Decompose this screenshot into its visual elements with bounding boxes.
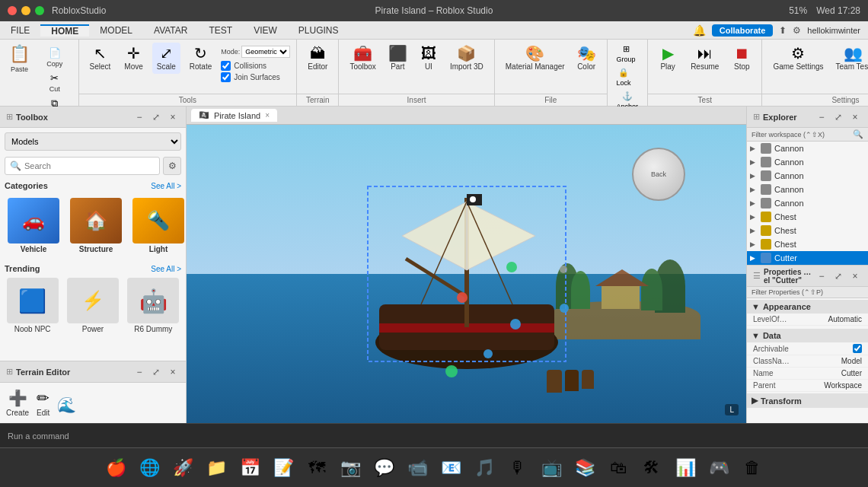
trending-r6-dummy[interactable]: 🤖 R6 Dummy [126, 278, 181, 333]
dock-podcasts[interactable]: 🎙 [503, 453, 533, 483]
dock-maps[interactable]: 🗺 [302, 453, 332, 483]
properties-popout-btn[interactable]: ⤢ [831, 269, 845, 283]
dock-mail[interactable]: 📧 [436, 453, 466, 483]
tab-avatar[interactable]: AVATAR [143, 25, 198, 36]
data-header[interactable]: ▼ Data [747, 329, 868, 342]
tab-view[interactable]: VIEW [243, 25, 288, 36]
part-button[interactable]: ⬛ Part [384, 43, 412, 74]
terrain-extra-btn[interactable]: 🌊 [57, 396, 72, 411]
terrain-popout-btn[interactable]: ⤢ [149, 365, 163, 379]
dock-calendar[interactable]: 📅 [235, 453, 265, 483]
cut-button[interactable]: ✂ Cut [37, 71, 72, 94]
tab-close-icon[interactable]: × [265, 111, 270, 119]
dock-books[interactable]: 📚 [570, 453, 600, 483]
close-button[interactable] [8, 6, 17, 15]
rotate-button[interactable]: ↻ Rotate [185, 43, 216, 74]
tab-test[interactable]: TEST [198, 25, 243, 36]
ui-button[interactable]: 🖼 UI [415, 43, 442, 74]
tree-item-cannon-3[interactable]: ▶ Cannon [747, 169, 868, 183]
terrain-close-btn[interactable]: × [166, 365, 180, 379]
dock-excel[interactable]: 📊 [670, 453, 700, 483]
collisions-checkbox[interactable] [221, 61, 231, 71]
resume-button[interactable]: ⏭ Resume [686, 43, 723, 74]
scale-button[interactable]: ⤢ Scale [152, 43, 180, 74]
notification-icon[interactable]: 🔔 [693, 24, 706, 37]
dock-notes[interactable]: 📝 [268, 453, 298, 483]
maximize-button[interactable] [35, 6, 44, 15]
model-dropdown[interactable]: Models [5, 132, 181, 151]
category-light[interactable]: 🔦 Light [129, 195, 186, 256]
import3d-button[interactable]: 📦 Import 3D [445, 43, 488, 74]
lock-button[interactable]: 🔒 Lock [614, 66, 634, 88]
team-test-button[interactable]: 👥 Team Test [831, 43, 868, 74]
explorer-popout-btn[interactable]: ⤢ [831, 110, 845, 124]
toolbox-close-btn[interactable]: × [166, 110, 180, 124]
tree-item-cannon-2[interactable]: ▶ Cannon [747, 155, 868, 169]
dock-photos[interactable]: 📷 [335, 453, 365, 483]
tree-item-cannon-5[interactable]: ▶ Cannon [747, 196, 868, 210]
tab-plugins[interactable]: PLUGINS [288, 25, 349, 36]
copy-button[interactable]: 📄 Copy [37, 46, 72, 69]
dock-trash[interactable]: 🗑 [737, 453, 767, 483]
tree-item-chest-3[interactable]: ▶ Chest [747, 237, 868, 251]
dock-launchpad[interactable]: 🚀 [168, 453, 198, 483]
category-vehicle[interactable]: 🚗 Vehicle [5, 195, 62, 256]
toolbox-toggle-btn[interactable]: − [132, 110, 146, 124]
appearance-header[interactable]: ▼ Appearance [747, 300, 868, 314]
collaborate-button[interactable]: Collaborate [712, 24, 774, 37]
material-manager-button[interactable]: 🎨 Material Manager [501, 43, 570, 74]
trending-power[interactable]: ⚡ Power [65, 278, 120, 333]
explorer-close-btn[interactable]: × [848, 110, 862, 124]
group-button[interactable]: ⊞ Group [614, 43, 639, 65]
tree-item-chest-2[interactable]: ▶ Chest [747, 224, 868, 237]
terrain-create-btn[interactable]: ➕ Create [6, 389, 29, 417]
explorer-toggle-btn[interactable]: − [815, 110, 828, 124]
search-box[interactable]: 🔍 [5, 157, 160, 175]
see-all-trending[interactable]: See All > [151, 265, 181, 273]
dock-facetime[interactable]: 📹 [402, 453, 432, 483]
search-input[interactable] [24, 161, 155, 170]
trending-noob-npc[interactable]: 🟦 Noob NPC [5, 278, 60, 333]
stop-button[interactable]: ⏹ Stop [728, 43, 755, 74]
settings-icon[interactable]: ⚙ [793, 25, 801, 36]
dock-roblox[interactable]: 🎮 [704, 453, 734, 483]
dock-tv[interactable]: 📺 [536, 453, 566, 483]
share-icon[interactable]: ⬆ [779, 25, 787, 36]
tree-item-cannon-1[interactable]: ▶ Cannon [747, 142, 868, 155]
dock-systemprefs[interactable]: 🛠 [637, 453, 667, 483]
move-button[interactable]: ✛ Move [120, 43, 147, 74]
tab-model[interactable]: MODEL [89, 25, 143, 36]
viewport-tab-active[interactable]: 🏴‍☠ Pirate Island × [191, 109, 277, 122]
dock-files[interactable]: 📁 [201, 453, 231, 483]
terrain-toggle-btn[interactable]: − [132, 365, 146, 379]
terrain-editor-button[interactable]: 🏔 Editor [303, 43, 332, 74]
viewport[interactable]: 🏴‍☠ Pirate Island × [187, 107, 746, 423]
toolbox-button[interactable]: 🧰 Toolbox [345, 43, 380, 74]
color-button[interactable]: 🎭 Color [573, 43, 601, 74]
toolbox-popout-btn[interactable]: ⤢ [149, 110, 163, 124]
play-button[interactable]: ▶ Play [654, 43, 681, 74]
properties-toggle-btn[interactable]: − [815, 269, 828, 283]
dock-messages[interactable]: 💬 [369, 453, 399, 483]
game-settings-button[interactable]: ⚙ Game Settings [768, 43, 828, 74]
properties-close-btn[interactable]: × [848, 269, 862, 283]
tree-item-cutter[interactable]: ▶ Cutter [747, 251, 868, 265]
archivable-checkbox[interactable] [853, 344, 862, 353]
join-surfaces-checkbox[interactable] [221, 72, 231, 82]
tab-home[interactable]: HOME [40, 24, 89, 37]
dock-music[interactable]: 🎵 [469, 453, 499, 483]
select-button[interactable]: ↖ Select [85, 43, 116, 74]
tree-item-chest-1[interactable]: ▶ Chest [747, 210, 868, 224]
dock-appstore[interactable]: 🛍 [603, 453, 633, 483]
paste-button[interactable]: 📋 Paste [6, 43, 33, 75]
see-all-categories[interactable]: See All > [151, 182, 181, 190]
filter-workspace-icon[interactable]: 🔍 [853, 129, 863, 139]
filter-button[interactable]: ⚙ [163, 157, 181, 175]
tree-item-cannon-4[interactable]: ▶ Cannon [747, 183, 868, 196]
dock-finder[interactable]: 🍎 [101, 453, 131, 483]
dock-safari[interactable]: 🌐 [134, 453, 164, 483]
minimize-button[interactable] [21, 6, 30, 15]
terrain-edit-btn[interactable]: ✏ Edit [37, 389, 49, 417]
tab-file[interactable]: FILE [0, 25, 40, 36]
mode-dropdown[interactable]: Geometric [241, 46, 290, 58]
